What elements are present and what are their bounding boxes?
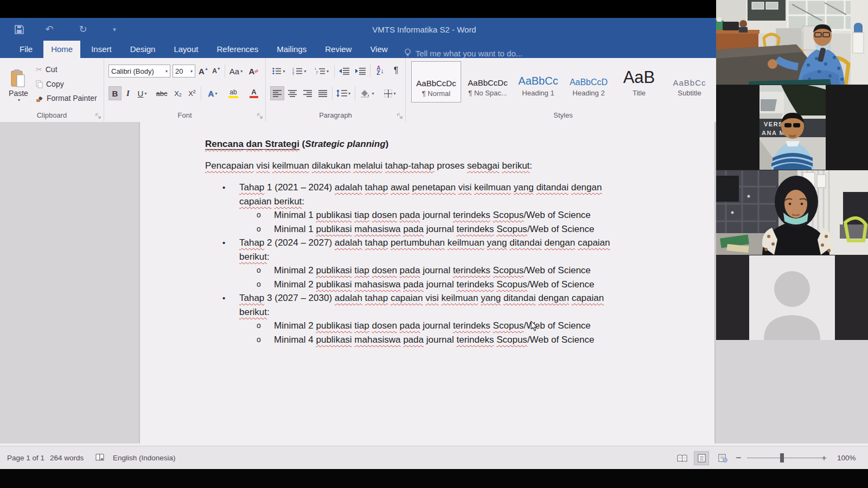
- tab-mailings[interactable]: Mailings: [269, 41, 314, 58]
- style-heading-1[interactable]: AaBbCc Heading 1: [513, 61, 563, 102]
- align-right-icon: [303, 90, 312, 97]
- read-mode-button[interactable]: [674, 451, 690, 465]
- align-right-button[interactable]: [301, 86, 315, 100]
- style-heading-2[interactable]: AaBbCcD Heading 2: [564, 61, 614, 102]
- tell-me-box[interactable]: Tell me what you want to do...: [404, 48, 523, 58]
- subscript-button[interactable]: X2: [171, 86, 184, 100]
- redo-icon[interactable]: ↻: [76, 18, 90, 41]
- increase-indent-button[interactable]: [353, 65, 368, 78]
- proofing-status-icon[interactable]: [95, 446, 105, 470]
- justify-button[interactable]: [316, 86, 330, 100]
- participant-video-4[interactable]: [716, 255, 868, 340]
- word-count[interactable]: 264 words: [50, 446, 84, 470]
- cut-button[interactable]: ✂ Cut: [36, 64, 58, 75]
- align-center-button[interactable]: [285, 86, 299, 100]
- show-formatting-button[interactable]: ¶: [390, 63, 403, 78]
- eraser-icon: [254, 69, 259, 73]
- text-effects-label: A: [208, 89, 214, 98]
- zoom-slider-thumb[interactable]: [780, 453, 784, 463]
- copy-label: Copy: [46, 80, 64, 88]
- font-dialog-launcher-icon[interactable]: [257, 113, 263, 119]
- style-normal[interactable]: AaBbCcDc ¶ Normal: [411, 61, 461, 102]
- web-layout-icon: [718, 454, 727, 463]
- strikethrough-button[interactable]: abc: [153, 86, 170, 100]
- doc-line: oMinimal 2 publikasi tiap dosen pada jou…: [205, 319, 610, 333]
- grow-font-button[interactable]: A▲: [197, 65, 209, 78]
- italic-button[interactable]: I: [123, 86, 133, 100]
- format-painter-button[interactable]: Format Painter: [36, 93, 97, 104]
- sort-button[interactable]: AZ ↓: [372, 63, 388, 78]
- bold-button[interactable]: B: [108, 86, 122, 100]
- font-name-select[interactable]: Calibri (Body)▾: [108, 65, 170, 78]
- style-subtitle[interactable]: AaBbCc Subtitle: [665, 61, 714, 102]
- zoom-in-button[interactable]: +: [821, 446, 827, 470]
- save-icon[interactable]: [12, 18, 26, 41]
- language-indicator[interactable]: English (Indonesia): [113, 446, 176, 470]
- participant-video-3[interactable]: [716, 170, 868, 255]
- page-indicator[interactable]: Page 1 of 1: [7, 446, 44, 470]
- font-size-select[interactable]: 20▾: [173, 65, 195, 78]
- web-layout-button[interactable]: [715, 451, 730, 465]
- doc-line: oMinimal 2 publikasi mahasiswa pada jour…: [205, 278, 610, 292]
- font-color-label: A: [251, 88, 256, 95]
- tab-insert[interactable]: Insert: [84, 41, 119, 58]
- group-font: Calibri (Body)▾ 20▾ A▲ A▼ Aa▾ A B I U▾ a…: [104, 58, 266, 121]
- sub-bullet-marker: o: [257, 222, 261, 236]
- text-highlight-button[interactable]: ab: [224, 86, 243, 100]
- decrease-indent-button[interactable]: [336, 65, 352, 78]
- underline-button[interactable]: U▾: [135, 86, 150, 100]
- font-color-button[interactable]: A: [245, 86, 263, 100]
- document-page[interactable]: Rencana dan Strategi (Strategic planning…: [140, 122, 714, 444]
- screen: ↶ ↻ ▾ VMTS Informatika S2 - Word File Ho…: [0, 0, 868, 488]
- undo-icon[interactable]: ↶: [42, 18, 56, 41]
- bullet-marker: •: [222, 181, 225, 195]
- mouse-cursor: [531, 321, 539, 332]
- zoom-out-button[interactable]: −: [736, 446, 742, 470]
- tab-design[interactable]: Design: [123, 41, 163, 58]
- tab-references[interactable]: References: [209, 41, 266, 58]
- bullets-button[interactable]: ▾: [270, 65, 288, 78]
- zoom-level[interactable]: 100%: [837, 446, 856, 470]
- paste-button[interactable]: Paste ▾: [4, 62, 33, 109]
- style-sample: AaBbCcDc: [412, 62, 461, 88]
- text-effects-button[interactable]: A▾: [204, 86, 221, 100]
- tab-file[interactable]: File: [12, 41, 40, 58]
- participant-video-1[interactable]: [716, 0, 868, 85]
- borders-button[interactable]: ▾: [380, 86, 400, 100]
- tab-home[interactable]: Home: [43, 41, 80, 58]
- group-clipboard: Paste ▾ ✂ Cut Copy Format Painter Clipbo…: [0, 58, 104, 121]
- change-case-button[interactable]: Aa▾: [228, 65, 244, 78]
- line-spacing-button[interactable]: ▾: [334, 86, 353, 100]
- shading-button[interactable]: ▾: [357, 86, 378, 100]
- align-left-button[interactable]: [270, 86, 284, 100]
- tab-review[interactable]: Review: [317, 41, 359, 58]
- paragraph-dialog-launcher-icon[interactable]: [397, 113, 403, 119]
- doc-line: •Tahap 1 (2021 – 2024) adalah tahap awal…: [205, 181, 610, 195]
- sort-arrow-icon: ↓: [380, 67, 384, 75]
- multilevel-list-button[interactable]: 1ai▾: [311, 65, 332, 78]
- highlight-color-bar: [228, 96, 238, 98]
- style-name: Heading 1: [513, 89, 563, 97]
- style-no-spacing[interactable]: AaBbCcDc ¶ No Spac...: [463, 61, 513, 102]
- style-sample: AaBbCc: [665, 61, 714, 87]
- style-name: Subtitle: [665, 89, 714, 97]
- tab-layout[interactable]: Layout: [166, 41, 206, 58]
- customize-quick-access-icon[interactable]: ▾: [108, 18, 120, 41]
- participant-video-2[interactable]: VERSITAS ANA MALI: [716, 85, 868, 170]
- style-name: Title: [614, 89, 664, 97]
- style-title[interactable]: AaB Title: [614, 61, 664, 102]
- borders-icon: [384, 89, 392, 98]
- numbering-button[interactable]: 123▾: [290, 65, 309, 78]
- shrink-font-button[interactable]: A▼: [210, 65, 222, 78]
- clear-formatting-button[interactable]: A: [247, 65, 260, 78]
- tab-view[interactable]: View: [362, 41, 395, 58]
- print-layout-button[interactable]: [694, 451, 709, 465]
- lightbulb-icon: [404, 48, 411, 58]
- doc-line: •Tahap 2 (2024 – 2027) adalah tahap pert…: [205, 236, 610, 250]
- zoom-slider-track[interactable]: [747, 458, 823, 458]
- superscript-button[interactable]: X2: [186, 86, 199, 100]
- decrease-indent-icon: [339, 67, 349, 75]
- clipboard-dialog-launcher-icon[interactable]: [95, 113, 101, 119]
- copy-button[interactable]: Copy: [36, 79, 64, 89]
- bold-label: B: [112, 89, 118, 98]
